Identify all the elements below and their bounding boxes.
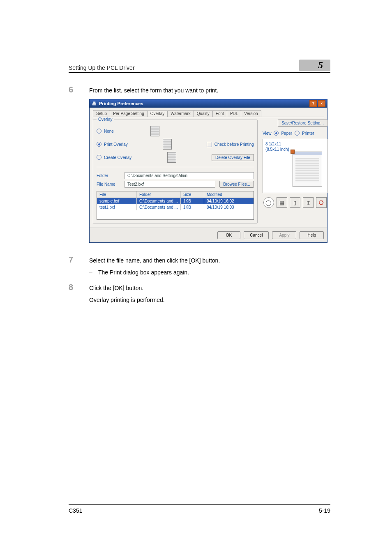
overlay-none-thumb-icon — [150, 126, 159, 136]
step-number: 6 — [69, 85, 89, 95]
cell-modified: 04/10/19 16:03 — [204, 204, 254, 210]
help-button[interactable]: ? — [309, 100, 317, 107]
overlay-create-thumb-icon — [167, 152, 176, 163]
col-file[interactable]: File — [97, 191, 137, 198]
overlay-print-thumb-icon — [163, 139, 172, 150]
overlay-group-label: Overlay — [97, 117, 114, 122]
list-item[interactable]: test1.bxf C:\Documents and ... 1KB 04/10… — [97, 204, 254, 210]
radio-none-label: None — [104, 129, 114, 134]
chapter-number-badge: 5 — [299, 60, 330, 71]
radio-print-label: Print Overlay — [104, 142, 128, 147]
footer-model: C351 — [69, 507, 82, 514]
cell-folder: C:\Documents and ... — [137, 204, 181, 210]
step-text: Click the [OK] button. — [89, 283, 143, 292]
tab-font[interactable]: Font — [212, 110, 227, 117]
cancel-button[interactable]: Cancel — [244, 231, 269, 239]
radio-create-overlay[interactable] — [97, 155, 101, 160]
filename-label: File Name — [97, 182, 120, 187]
view-printer-label: Printer — [302, 131, 314, 136]
list-dash: – — [89, 268, 98, 277]
apply-button[interactable]: Apply — [272, 231, 296, 239]
step-text: Select the file name, and then click the… — [89, 255, 220, 265]
view-label: View — [263, 131, 272, 136]
overlay-feature-icon: ▤ — [277, 197, 287, 208]
paper-size-main: 8 1/2x11 — [265, 142, 325, 147]
radio-print-overlay[interactable] — [97, 142, 101, 147]
dialog-title: Printing Preferences — [99, 101, 143, 106]
view-paper-label: Paper — [281, 131, 292, 136]
feature-icon: ◯ — [263, 197, 274, 208]
radio-view-printer[interactable] — [295, 131, 300, 136]
radio-view-paper[interactable] — [274, 131, 279, 136]
ok-button[interactable]: OK — [217, 231, 240, 239]
printer-icon: 🖶 — [92, 101, 97, 106]
page-preview-icon — [293, 152, 322, 187]
radio-none[interactable] — [97, 129, 101, 134]
cell-size: 1KB — [181, 204, 204, 210]
step-number: 8 — [69, 283, 89, 292]
cell-folder: C:\Documents and ... — [137, 198, 181, 204]
check-before-printing[interactable] — [207, 142, 212, 147]
tab-version[interactable]: Version — [241, 110, 261, 117]
staple-feature-icon: ⎔ — [316, 197, 327, 208]
col-folder[interactable]: Folder — [137, 191, 181, 198]
help-button[interactable]: Help — [300, 231, 324, 239]
check-before-label: Check before Printing — [214, 142, 254, 147]
tab-bar: Setup Per Page Setting Overlay Watermark… — [93, 110, 324, 117]
filename-value: Test2.bxf — [125, 181, 215, 188]
tab-quality[interactable]: Quality — [194, 110, 213, 117]
cell-file: test1.bxf — [97, 204, 137, 210]
radio-create-label: Create Overlay — [104, 155, 131, 160]
col-modified[interactable]: Modified — [204, 191, 254, 198]
nup-feature-icon: ▯▯ — [303, 197, 314, 208]
col-size[interactable]: Size — [181, 191, 204, 198]
paper-preview-box: 8 1/2x11 (8.5x11 inch) — [263, 139, 327, 193]
feature-icon: ▯ — [290, 197, 300, 208]
delete-overlay-file-button[interactable]: Delete Overlay File — [212, 154, 254, 161]
tab-pdl[interactable]: PDL — [227, 110, 241, 117]
step-number: 7 — [69, 255, 89, 265]
folder-value: C:\Documents and Settings\Main — [125, 172, 254, 179]
tab-overlay[interactable]: Overlay — [147, 110, 168, 117]
cell-file: sample.bxf — [97, 198, 137, 204]
feature-icon-row: ◯ ▤ ▯ ▯▯ ⎔ — [263, 196, 327, 210]
overlay-file-list[interactable]: File Folder Size Modified sample.bxf C:\… — [97, 191, 254, 220]
step-sub-text: The Print dialog box appears again. — [98, 268, 189, 277]
printing-preferences-dialog: 🖶 Printing Preferences ? × Setup Per Pag… — [89, 99, 327, 243]
step-text: From the list, select the form that you … — [89, 85, 218, 95]
section-title: Setting Up the PCL Driver — [69, 64, 135, 71]
browse-files-button[interactable]: Browse Files... — [219, 181, 254, 188]
tab-watermark[interactable]: Watermark — [167, 110, 194, 117]
step-result-text: Overlay printing is performed. — [89, 296, 165, 304]
tab-setup[interactable]: Setup — [93, 110, 110, 117]
tab-per-page-setting[interactable]: Per Page Setting — [110, 110, 148, 117]
list-item[interactable]: sample.bxf C:\Documents and ... 1KB 04/1… — [97, 198, 254, 204]
cell-modified: 04/10/19 16:02 — [204, 198, 254, 204]
folder-label: Folder — [97, 173, 120, 178]
cell-size: 1KB — [181, 198, 204, 204]
close-button[interactable]: × — [318, 100, 325, 107]
save-restore-button[interactable]: Save/Restore Setting... — [278, 120, 327, 127]
footer-page: 5-19 — [319, 507, 330, 514]
printing-preferences-figure: 🖶 Printing Preferences ? × Setup Per Pag… — [89, 99, 330, 243]
